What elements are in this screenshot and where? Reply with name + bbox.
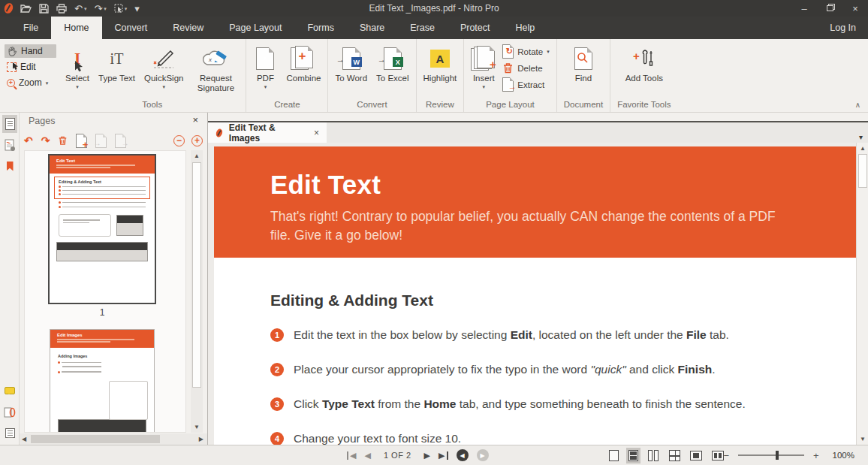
collapse-ribbon-icon[interactable]: ∧ [855, 101, 860, 109]
document-tab[interactable]: Edit Text & Images × [208, 122, 327, 143]
first-page-button[interactable]: ◀ [347, 451, 356, 460]
thumbnail-zoom-in-icon[interactable]: + [191, 135, 203, 146]
quicksign-dropdown-icon[interactable]: ▾ [162, 84, 165, 90]
zoom-tool-button[interactable]: + Zoom ▾ [5, 76, 56, 89]
zoom-level[interactable]: 100% [833, 451, 854, 460]
tab-home[interactable]: Home [51, 17, 101, 39]
tab-erase[interactable]: Erase [397, 17, 448, 39]
close-button[interactable]: × [842, 0, 868, 17]
next-view-button[interactable]: ▶ [477, 449, 489, 461]
combine-button[interactable]: + Combine [282, 41, 325, 83]
select-dropdown-icon[interactable]: ▾ [76, 84, 79, 90]
pdf-page[interactable]: Edit Text That's right! Contrary to popu… [214, 146, 856, 445]
tab-file[interactable]: File [11, 17, 51, 39]
zoom-in-button[interactable]: + [813, 450, 819, 461]
bookmarks-panel-icon[interactable] [2, 157, 17, 175]
restore-button[interactable] [817, 0, 842, 17]
tab-list-dropdown-icon[interactable]: ▾ [859, 133, 863, 141]
previous-view-button[interactable]: ◀ [457, 449, 469, 461]
undo-button[interactable]: ↶▾ [74, 4, 86, 14]
tab-convert[interactable]: Convert [102, 17, 161, 39]
find-button[interactable]: Find [567, 41, 600, 83]
comments-panel-icon[interactable] [2, 382, 17, 400]
delete-page-icon[interactable] [58, 135, 68, 146]
tab-share[interactable]: Share [347, 17, 397, 39]
delete-button[interactable]: Delete [502, 62, 549, 74]
thumb-hscroll-thumb[interactable] [31, 435, 160, 443]
to-excel-button[interactable]: →X To Excel [372, 41, 413, 83]
thumb-scroll-right-icon[interactable]: ▶ [199, 436, 203, 442]
pdf-dropdown-icon[interactable]: ▾ [264, 84, 267, 90]
thumb-scroll-left-icon[interactable]: ◀ [22, 436, 26, 442]
minimize-button[interactable]: – [791, 0, 817, 17]
full-screen-view-button[interactable] [688, 448, 704, 463]
redo-dropdown-icon[interactable]: ▾ [104, 6, 107, 11]
document-vertical-scrollbar[interactable]: ▲ ▼ [856, 143, 868, 445]
page-1-thumbnail[interactable]: Edit Text Editing & Adding Text [48, 154, 156, 304]
zoom-out-button[interactable]: − [723, 450, 729, 461]
add-tools-button[interactable]: + Add Tools [621, 41, 668, 83]
highlight-button[interactable]: A Highlight [419, 41, 462, 83]
grid-view-button[interactable] [667, 448, 683, 463]
rotate-button[interactable]: ↻ Rotate ▾ [502, 44, 549, 59]
zoom-slider-thumb[interactable] [776, 451, 779, 460]
insert-button[interactable]: + Insert ▾ [466, 41, 501, 90]
single-page-view-button[interactable] [607, 448, 621, 463]
doc-scroll-up-icon[interactable]: ▲ [860, 145, 866, 152]
pages-panel-close-icon[interactable]: × [192, 114, 198, 125]
doc-scroll-thumb[interactable] [858, 154, 867, 188]
tab-review[interactable]: Review [160, 17, 216, 39]
type-text-button[interactable]: iT Type Text [94, 41, 140, 83]
last-page-button[interactable]: ▶ [439, 451, 448, 460]
nitro-logo-icon[interactable] [4, 2, 14, 14]
thumb-scroll-thumb[interactable] [192, 162, 201, 388]
insert-dropdown-icon[interactable]: ▾ [483, 84, 486, 90]
next-page-button[interactable]: ▶ [424, 451, 430, 460]
thumbnails-horizontal-scrollbar[interactable]: ◀ ▶ [20, 433, 207, 445]
page-indicator[interactable]: 1 OF 2 [384, 451, 411, 460]
thumbnail-zoom-out-icon[interactable]: − [173, 135, 185, 146]
new-page-icon[interactable]: + [76, 134, 87, 148]
document-tab-close-icon[interactable]: × [314, 128, 319, 138]
output-panel-icon[interactable] [2, 424, 17, 442]
edit-tool-button[interactable]: Edit [5, 60, 56, 74]
page-2-thumbnail[interactable]: Edit Images Adding Images [50, 329, 155, 433]
customize-toolbar-icon[interactable]: ▾ [134, 4, 140, 14]
rotate-dropdown-icon[interactable]: ▾ [547, 49, 550, 55]
print-icon[interactable] [56, 4, 67, 14]
quicksign-button[interactable]: QuickSign ▾ [140, 41, 188, 90]
signatures-panel-icon[interactable] [2, 136, 17, 154]
extract-page-icon[interactable]: → [115, 134, 126, 148]
select-tool-dropdown-icon[interactable]: ▾ [125, 6, 128, 11]
pdf-button[interactable]: ✳ PDF ▾ [249, 41, 282, 90]
redo-button[interactable]: ↷▾ [94, 4, 106, 14]
tab-protect[interactable]: Protect [448, 17, 503, 39]
continuous-view-button[interactable] [626, 448, 640, 463]
tab-help[interactable]: Help [503, 17, 548, 39]
select-tool-button[interactable]: ▾ [114, 4, 128, 14]
rotate-left-icon[interactable]: ↶ [24, 135, 33, 146]
log-in-button[interactable]: Log In [830, 17, 856, 39]
hand-tool-button[interactable]: Hand [5, 44, 56, 58]
attachments-panel-icon[interactable] [2, 403, 17, 421]
save-icon[interactable] [39, 4, 49, 14]
thumb-scroll-down-icon[interactable]: ▼ [194, 424, 200, 430]
tab-page-layout[interactable]: Page Layout [216, 17, 294, 39]
facing-pages-view-button[interactable] [646, 448, 662, 463]
to-word-button[interactable]: →W To Word [330, 41, 372, 83]
request-signature-button[interactable]: x Request Signature [188, 41, 243, 93]
open-file-icon[interactable] [20, 4, 32, 13]
rotate-right-icon[interactable]: ↷ [41, 135, 50, 146]
previous-page-button[interactable]: ◀ [364, 451, 370, 460]
extract-button[interactable]: → Extract [502, 77, 549, 92]
select-button[interactable]: I Select ▾ [61, 41, 94, 90]
zoom-slider[interactable] [738, 454, 804, 456]
thumbnails-vertical-scrollbar[interactable]: ▲ ▼ [191, 150, 203, 433]
doc-scroll-down-icon[interactable]: ▼ [860, 436, 866, 442]
pages-panel-icon[interactable] [2, 115, 17, 133]
insert-page-icon[interactable]: → [95, 134, 107, 148]
thumb-scroll-up-icon[interactable]: ▲ [194, 152, 200, 159]
zoom-dropdown-icon[interactable]: ▾ [46, 80, 49, 86]
undo-dropdown-icon[interactable]: ▾ [84, 6, 87, 11]
tab-forms[interactable]: Forms [294, 17, 346, 39]
